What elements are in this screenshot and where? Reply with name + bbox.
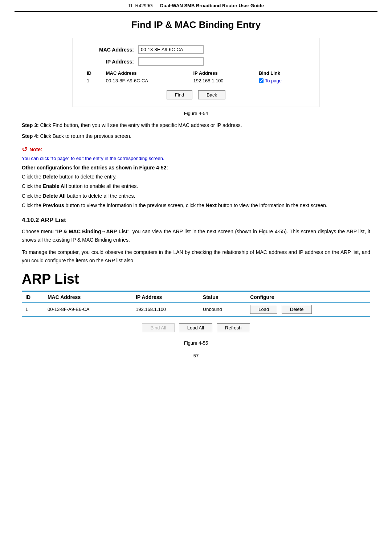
arp-col-id: ID <box>22 292 44 303</box>
find-section-title: Find IP & MAC Binding Entry <box>22 19 370 30</box>
step3-text: Click Find button, then you will see the… <box>39 122 242 128</box>
config-delete-bold: Delete <box>43 174 58 180</box>
arp-col-mac: MAC Address <box>44 292 132 303</box>
ip-address-input[interactable] <box>138 57 204 66</box>
note-icon: ↺ <box>22 145 27 153</box>
load-button[interactable]: Load <box>250 305 277 314</box>
bind-all-button[interactable]: Bind All <box>142 323 174 332</box>
arp-action-buttons: Bind All Load All Refresh <box>22 320 370 335</box>
mac-address-row: MAC Address: <box>84 45 308 54</box>
find-button[interactable]: Find <box>167 90 192 99</box>
step4-text: Click Back to return the previous screen… <box>39 133 131 139</box>
step4-paragraph: Step 4: Click Back to return the previou… <box>22 132 370 140</box>
refresh-button[interactable]: Refresh <box>217 323 250 332</box>
figure-55-label: Figure 4-55 <box>22 340 370 346</box>
arp-list-title: ARP List <box>22 271 370 287</box>
back-button[interactable]: Back <box>198 90 225 99</box>
model-label: TL-R4299G <box>128 3 153 8</box>
ip-address-row: IP Address: <box>84 57 308 66</box>
arp-row-configure: Load Delete <box>246 302 370 316</box>
arp-row-ip: 192.168.1.100 <box>132 302 199 316</box>
find-col-mac: MAC Address <box>103 69 191 77</box>
config-enable-all-bold: Enable All <box>43 183 67 189</box>
ip-address-label: IP Address: <box>84 59 138 65</box>
arp-row-status: Unbound <box>199 302 246 316</box>
find-col-bindlink: Bind Link <box>256 69 308 77</box>
arp-col-ip: IP Address <box>132 292 199 303</box>
note-heading: ↺ Note: <box>22 145 370 153</box>
arp-table-box: ID MAC Address IP Address Status Configu… <box>22 291 370 335</box>
arp-row-id: 1 <box>22 302 44 316</box>
step3-paragraph: Step 3: Click Find button, then you will… <box>22 121 370 129</box>
find-table-header-row: ID MAC Address IP Address Bind Link <box>84 69 308 77</box>
find-row-mac: 00-13-8F-A9-6C-CA <box>103 77 191 85</box>
config-delete-all: Click the Delete All button to delete al… <box>22 192 370 200</box>
note-text: You can click "to page" to edit the entr… <box>22 156 370 161</box>
mac-address-input[interactable] <box>138 45 204 54</box>
step3-label: Step 3: <box>22 122 39 128</box>
note-label: Note: <box>29 147 42 152</box>
find-row-ip: 192.168.1.100 <box>190 77 256 85</box>
arp-bottom-divider <box>22 316 370 317</box>
figure-54-label: Figure 4-54 <box>22 111 370 116</box>
find-form-buttons: Find Back <box>84 90 308 99</box>
arp-menu-bold: IP & MAC Binding→ARP List <box>57 229 128 234</box>
find-col-ip: IP Address <box>190 69 256 77</box>
config-next-bold: Next <box>206 202 217 208</box>
find-table-row: 1 00-13-8F-A9-6C-CA 192.168.1.100 To pag… <box>84 77 308 85</box>
page-number: 57 <box>22 353 370 358</box>
guide-title: Dual-WAN SMB Broadband Router User Guide <box>160 3 264 8</box>
bind-link-checkbox[interactable] <box>259 78 264 83</box>
arp-header-row: ID MAC Address IP Address Status Configu… <box>22 292 370 303</box>
arp-row-mac: 00-13-8F-A9-E6-CA <box>44 302 132 316</box>
config-delete: Click the Delete button to delete the en… <box>22 173 370 181</box>
find-row-bindlink: To page <box>256 77 308 85</box>
config-enable-all: Click the Enable All button to enable al… <box>22 182 370 190</box>
load-all-button[interactable]: Load All <box>179 323 212 332</box>
page-header: TL-R4299G Dual-WAN SMB Broadband Router … <box>15 0 377 12</box>
arp-col-configure: Configure <box>246 292 370 303</box>
arp-table-row: 1 00-13-8F-A9-E6-CA 192.168.1.100 Unboun… <box>22 302 370 316</box>
to-page-link[interactable]: To page <box>265 78 282 83</box>
arp-col-status: Status <box>199 292 246 303</box>
step4-label: Step 4: <box>22 133 39 139</box>
arp-table: ID MAC Address IP Address Status Configu… <box>22 291 370 316</box>
config-delete-all-bold: Delete All <box>43 193 66 199</box>
config-previous-next: Click the Previous button to view the in… <box>22 201 370 209</box>
config-previous-bold: Previous <box>43 202 64 208</box>
mac-address-label: MAC Address: <box>84 47 138 53</box>
find-row-id: 1 <box>84 77 103 85</box>
arp-para2: To manage the computer, you could observ… <box>22 248 370 265</box>
delete-button[interactable]: Delete <box>282 305 312 314</box>
find-form-box: MAC Address: IP Address: ID MAC Address … <box>73 38 319 107</box>
find-col-id: ID <box>84 69 103 77</box>
arp-subsection-heading: 4.10.2 ARP List <box>22 217 370 224</box>
arp-para1: Choose menu "IP & MAC Binding→ARP List",… <box>22 227 370 244</box>
other-config-title: Other configurations for the entries as … <box>22 165 370 171</box>
find-results-table: ID MAC Address IP Address Bind Link 1 00… <box>84 69 308 85</box>
page-content: Find IP & MAC Binding Entry MAC Address:… <box>0 12 392 373</box>
note-section: ↺ Note: You can click "to page" to edit … <box>22 145 370 161</box>
